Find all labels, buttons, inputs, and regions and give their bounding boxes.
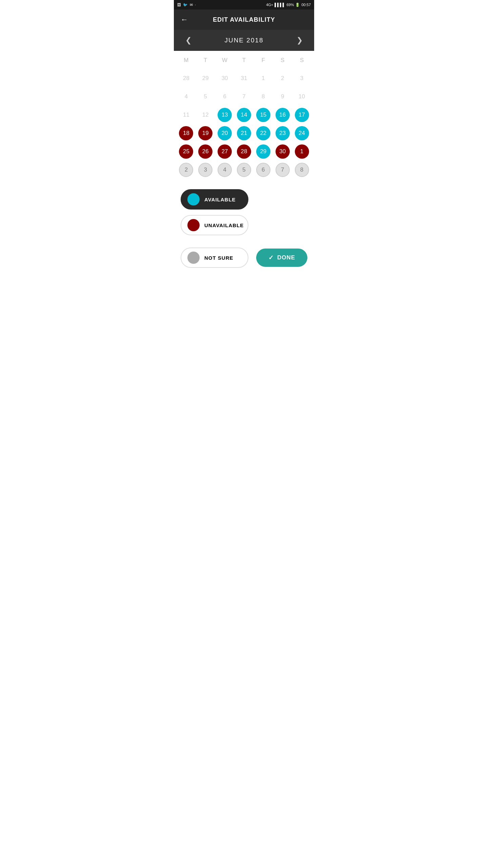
calendar-day-2-3[interactable]: 14: [235, 106, 254, 124]
calendar-day-2-4[interactable]: 15: [253, 106, 273, 124]
day-header-sat: S: [273, 54, 292, 66]
calendar: M T W T F S S 28293031123456789101112131…: [174, 51, 314, 179]
not-sure-dot: [187, 252, 200, 264]
calendar-day-4-2[interactable]: 27: [215, 142, 235, 161]
calendar-day-5-5[interactable]: 7: [273, 161, 292, 179]
calendar-day-0-5[interactable]: 2: [273, 69, 292, 87]
bottom-row: NOT SURE ✓ DONE: [174, 248, 314, 276]
day-header-sun: S: [292, 54, 311, 66]
calendar-day-3-0[interactable]: 18: [177, 124, 196, 142]
current-month: JUNE 2018: [224, 37, 263, 44]
calendar-day-3-2[interactable]: 20: [215, 124, 235, 142]
calendar-day-4-5[interactable]: 30: [273, 142, 292, 161]
calendar-day-4-4[interactable]: 29: [253, 142, 273, 161]
prev-month-button[interactable]: ❮: [182, 35, 195, 46]
status-bar: 🖼 🐦 ✉ · 4G+ ▌▌▌▌ 69% 🔋 00:57: [174, 0, 314, 9]
calendar-day-3-1[interactable]: 19: [196, 124, 215, 142]
battery-level: 69%: [286, 3, 294, 7]
done-button[interactable]: ✓ DONE: [256, 249, 307, 267]
checkmark-icon: ✓: [268, 254, 274, 261]
calendar-day-0-1[interactable]: 29: [196, 69, 215, 87]
legend-available[interactable]: AVAILABLE: [181, 189, 248, 210]
calendar-day-0-6[interactable]: 3: [292, 69, 311, 87]
day-header-mon: M: [177, 54, 196, 66]
calendar-day-0-3[interactable]: 31: [235, 69, 254, 87]
header: ← EDIT AVAILABILITY: [174, 9, 314, 30]
calendar-day-2-5[interactable]: 16: [273, 106, 292, 124]
unavailable-label: UNAVAILABLE: [204, 222, 244, 228]
available-dot: [187, 193, 200, 205]
gmail-icon: ✉: [190, 3, 193, 7]
signal-icon: ▌▌▌▌: [274, 3, 285, 7]
calendar-day-4-3[interactable]: 28: [235, 142, 254, 161]
calendar-day-2-0[interactable]: 11: [177, 106, 196, 124]
calendar-day-4-0[interactable]: 25: [177, 142, 196, 161]
calendar-grid: 2829303112345678910111213141516171819202…: [177, 69, 311, 179]
calendar-day-5-0[interactable]: 2: [177, 161, 196, 179]
day-headers: M T W T F S S: [177, 54, 311, 66]
day-header-tue: T: [196, 54, 215, 66]
calendar-day-3-4[interactable]: 22: [253, 124, 273, 142]
status-icons: 🖼 🐦 ✉ ·: [177, 3, 196, 7]
done-label: DONE: [277, 254, 295, 261]
calendar-day-1-6[interactable]: 10: [292, 87, 311, 106]
unavailable-dot: [187, 219, 200, 231]
calendar-day-1-2[interactable]: 6: [215, 87, 235, 106]
photo-icon: 🖼: [177, 3, 181, 7]
day-header-thu: T: [235, 54, 254, 66]
legend-unavailable[interactable]: UNAVAILABLE: [181, 215, 248, 235]
page-title: EDIT AVAILABILITY: [213, 16, 275, 23]
calendar-day-0-2[interactable]: 30: [215, 69, 235, 87]
calendar-day-5-2[interactable]: 4: [215, 161, 235, 179]
month-navigation: ❮ JUNE 2018 ❯: [174, 30, 314, 51]
calendar-day-5-3[interactable]: 5: [235, 161, 254, 179]
next-month-button[interactable]: ❯: [293, 35, 306, 46]
calendar-day-2-2[interactable]: 13: [215, 106, 235, 124]
calendar-day-5-1[interactable]: 3: [196, 161, 215, 179]
calendar-day-4-6[interactable]: 1: [292, 142, 311, 161]
calendar-day-0-4[interactable]: 1: [253, 69, 273, 87]
legend-not-sure[interactable]: NOT SURE: [181, 248, 248, 268]
calendar-day-5-4[interactable]: 6: [253, 161, 273, 179]
available-label: AVAILABLE: [204, 197, 236, 202]
calendar-day-1-0[interactable]: 4: [177, 87, 196, 106]
calendar-day-0-0[interactable]: 28: [177, 69, 196, 87]
dot-indicator: ·: [195, 3, 196, 7]
calendar-day-2-6[interactable]: 17: [292, 106, 311, 124]
calendar-day-4-1[interactable]: 26: [196, 142, 215, 161]
calendar-day-1-5[interactable]: 9: [273, 87, 292, 106]
calendar-day-3-5[interactable]: 23: [273, 124, 292, 142]
calendar-day-5-6[interactable]: 8: [292, 161, 311, 179]
battery-icon: 🔋: [295, 3, 300, 7]
legend: AVAILABLE UNAVAILABLE: [174, 179, 314, 248]
calendar-day-1-3[interactable]: 7: [235, 87, 254, 106]
twitter-icon: 🐦: [183, 3, 188, 7]
calendar-day-1-4[interactable]: 8: [253, 87, 273, 106]
back-button[interactable]: ←: [181, 15, 188, 24]
status-info: 4G+ ▌▌▌▌ 69% 🔋 00:57: [266, 3, 311, 7]
day-header-wed: W: [215, 54, 235, 66]
not-sure-label: NOT SURE: [204, 255, 233, 261]
calendar-day-1-1[interactable]: 5: [196, 87, 215, 106]
network-type: 4G+: [266, 3, 273, 7]
clock: 00:57: [301, 3, 311, 7]
calendar-day-3-3[interactable]: 21: [235, 124, 254, 142]
day-header-fri: F: [253, 54, 273, 66]
calendar-day-2-1[interactable]: 12: [196, 106, 215, 124]
calendar-day-3-6[interactable]: 24: [292, 124, 311, 142]
